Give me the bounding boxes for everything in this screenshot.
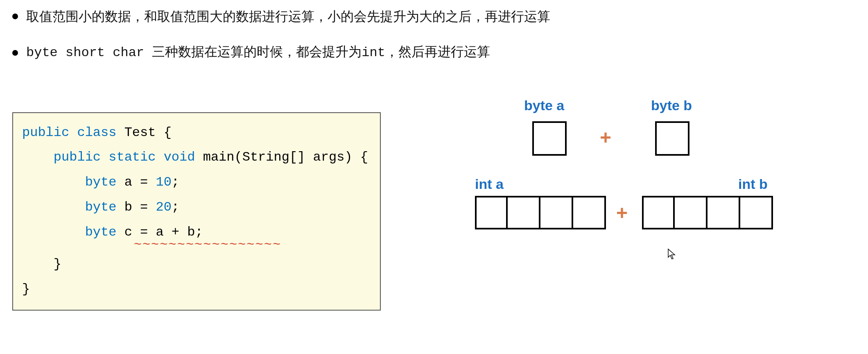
kw-static: static (108, 150, 156, 165)
kw-void: void (164, 150, 195, 165)
int-cell-icon (708, 196, 740, 229)
int-cell-icon (740, 196, 773, 229)
bullet-text: 取值范围小的数据，和取值范围大的数据进行运算，小的会先提升为大的之后，再进行运算 (26, 7, 550, 26)
semi: ; (172, 175, 179, 190)
bullet-item: byte short char 三种数据在运算的时候，都会提升为int，然后再进… (12, 44, 868, 62)
bullet-list: 取值范围小的数据，和取值范围大的数据进行运算，小的会先提升为大的之后，再进行运算… (0, 0, 868, 62)
kw-public: public (22, 125, 69, 140)
byte-int-diagram: byte a byte b + int a int b + (475, 98, 778, 253)
label-int-a: int a (475, 176, 504, 192)
label-byte-b: byte b (651, 98, 692, 113)
kw-byte: byte (85, 225, 117, 240)
brace-close: } (22, 281, 30, 297)
int-cell-icon (475, 196, 508, 229)
code-pre: public class Test { public static void m… (22, 120, 371, 245)
num-10: 10 (156, 175, 171, 190)
int-a-grid-icon (475, 196, 606, 229)
plus-icon: + (600, 128, 611, 148)
var-b-decl: b = (124, 200, 156, 215)
plus-icon: + (616, 203, 628, 223)
bullet-text: byte short char 三种数据在运算的时候，都会提升为int，然后再进… (26, 44, 490, 62)
brace-open: { (164, 125, 172, 140)
num-20: 20 (156, 200, 171, 215)
kw-class: class (77, 125, 116, 140)
int-cell-icon (508, 196, 540, 229)
byte-a-box-icon (532, 121, 567, 156)
byte-b-box-icon (655, 121, 689, 156)
int-cell-icon (642, 196, 675, 229)
semi: ; (172, 200, 179, 215)
method-sig: (String[] args) { (234, 150, 368, 165)
int-cell-icon (573, 196, 606, 229)
label-int-b: int b (738, 176, 768, 192)
kw-byte: byte (85, 175, 117, 190)
int-b-grid-icon (642, 196, 773, 229)
bullet-dot-icon (12, 14, 18, 19)
var-a-decl: a = (124, 175, 156, 190)
cursor-icon (667, 248, 676, 263)
int-cell-icon (540, 196, 573, 229)
error-underline-icon: ~~~~~~~~~~~~~~~~~ (134, 241, 371, 249)
code-block: public class Test { public static void m… (12, 112, 381, 311)
bullet-dot-icon (12, 50, 18, 56)
code-pre-close: } } (22, 252, 371, 302)
kw-byte: byte (85, 200, 117, 215)
label-byte-a: byte a (524, 98, 564, 113)
int-cell-icon (675, 196, 708, 229)
bullet-item: 取值范围小的数据，和取值范围大的数据进行运算，小的会先提升为大的之后，再进行运算 (12, 7, 868, 26)
method-name: main (203, 150, 235, 165)
kw-public: public (54, 150, 101, 165)
brace-close: } (54, 256, 61, 272)
class-name: Test (124, 125, 156, 140)
